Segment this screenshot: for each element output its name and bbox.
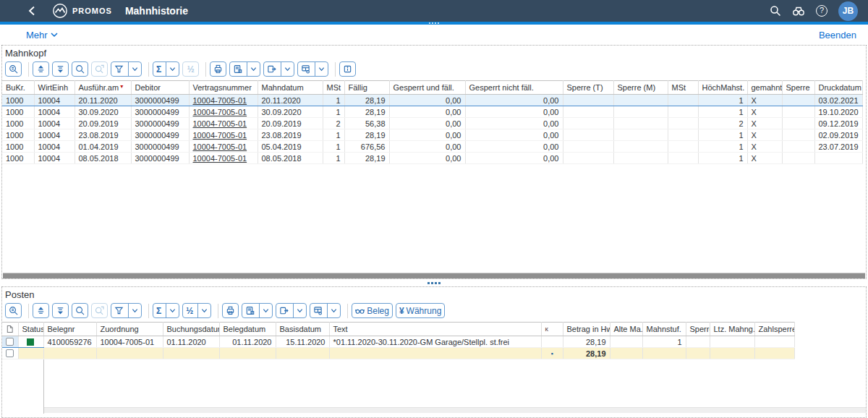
column-header-BuKr.[interactable]: BuKr. bbox=[2, 81, 34, 95]
table-info-button[interactable] bbox=[339, 61, 356, 77]
column-header-Status[interactable]: Status bbox=[18, 323, 43, 336]
column-header-MSt[interactable]: MSt bbox=[323, 81, 344, 95]
contract-number-link[interactable]: 10004-7005-01 bbox=[193, 154, 247, 163]
contract-number-link[interactable]: 10004-7005-01 bbox=[193, 119, 247, 128]
details-button[interactable] bbox=[5, 303, 22, 318]
views-button-dropdown-chevron-icon[interactable] bbox=[250, 66, 257, 72]
column-header-Druckdatum[interactable]: Druckdatum bbox=[814, 81, 862, 95]
top-splitter-grip-icon[interactable] bbox=[429, 22, 439, 24]
back-icon[interactable] bbox=[27, 6, 36, 16]
total-button-dropdown-chevron-icon[interactable] bbox=[169, 66, 176, 72]
table-row[interactable]: 10001000420.09.2019300000049910004-7005-… bbox=[2, 118, 862, 129]
contract-number-link[interactable]: 10004-7005-01 bbox=[193, 96, 247, 105]
print-button[interactable] bbox=[222, 303, 239, 318]
mehr-menu-button[interactable]: Mehr bbox=[26, 30, 58, 40]
search-icon[interactable] bbox=[766, 1, 785, 20]
export-button-dropdown-chevron-icon[interactable] bbox=[297, 307, 303, 314]
waehrung-button[interactable]: ¥Währung bbox=[396, 303, 445, 318]
views-button[interactable] bbox=[229, 61, 260, 77]
column-header-MSt[interactable]: MSt bbox=[668, 81, 698, 95]
contract-number-link[interactable]: 10004-7005-01 bbox=[193, 142, 247, 151]
mahnkopf-title: Mahnkopf bbox=[2, 46, 866, 60]
column-header-Sperre[interactable]: Sperre bbox=[782, 81, 814, 95]
column-header-Gesperrt nicht fäll.[interactable]: Gesperrt nicht fäll. bbox=[465, 81, 563, 95]
avatar[interactable]: JB bbox=[838, 1, 858, 21]
table-row[interactable]: 10001000401.04.2019300000049910004-7005-… bbox=[2, 141, 862, 153]
column-header-Sperre[interactable]: Sperre bbox=[686, 323, 710, 336]
column-header-Zahlsperre[interactable]: Zahlsperre bbox=[754, 323, 794, 336]
column-header-ĸ[interactable]: ĸ bbox=[541, 323, 563, 336]
column-header-Debitor[interactable]: Debitor bbox=[131, 81, 189, 95]
total-button[interactable]: Σ bbox=[153, 61, 179, 77]
beleg-button[interactable]: Beleg bbox=[352, 303, 393, 318]
row-checkbox[interactable] bbox=[6, 349, 14, 357]
sort-ascending-button[interactable] bbox=[33, 303, 49, 318]
find-button[interactable] bbox=[72, 303, 88, 318]
subtotal-button[interactable]: ½ bbox=[182, 303, 211, 318]
print-button[interactable] bbox=[210, 61, 226, 77]
layout-button[interactable] bbox=[310, 303, 341, 318]
views-button[interactable] bbox=[242, 303, 273, 318]
column-header-Mahndatum[interactable]: Mahndatum bbox=[258, 81, 323, 95]
layout-button[interactable] bbox=[297, 61, 328, 77]
table-row[interactable]: 10001000423.08.2019300000049910004-7005-… bbox=[2, 129, 862, 141]
find-button[interactable] bbox=[72, 61, 88, 77]
filter-button[interactable] bbox=[111, 303, 142, 318]
sort-ascending-button[interactable] bbox=[33, 61, 49, 77]
row-checkbox[interactable] bbox=[6, 338, 14, 346]
contract-number-link[interactable]: 10004-7005-01 bbox=[193, 108, 247, 116]
column-header-Alte Ma...[interactable]: Alte Ma... bbox=[610, 323, 642, 336]
column-header-Fällig[interactable]: Fällig bbox=[344, 81, 389, 95]
column-header-Sperre (M)[interactable]: Sperre (M) bbox=[613, 81, 668, 95]
total-button-dropdown-chevron-icon[interactable] bbox=[169, 307, 176, 314]
mahnkopf-empty-area bbox=[2, 164, 866, 273]
column-header-Zuordnung[interactable]: Zuordnung bbox=[96, 323, 163, 336]
table-row[interactable]: 10001000420.11.2020300000049910004-7005-… bbox=[2, 95, 862, 106]
column-header-Mahnstuf.[interactable]: Mahnstuf. bbox=[642, 323, 686, 336]
total-button[interactable]: Σ bbox=[153, 303, 179, 318]
column-header-WirtEinh[interactable]: WirtEinh bbox=[34, 81, 75, 95]
cell: 28,19 bbox=[344, 106, 389, 118]
export-button[interactable] bbox=[263, 61, 294, 77]
column-header-Gesperrt und fäll.[interactable]: Gesperrt und fäll. bbox=[389, 81, 465, 95]
column-header-Ltz. Mahng.[interactable]: Ltz. Mahng. bbox=[710, 323, 754, 336]
sort-descending-button[interactable] bbox=[52, 303, 69, 318]
export-button[interactable] bbox=[276, 303, 307, 318]
column-header-Betrag in Hw[interactable]: Betrag in Hw bbox=[563, 323, 610, 336]
column-header-Belegdatum[interactable]: Belegdatum bbox=[219, 323, 276, 336]
column-header-Sperre (T)[interactable]: Sperre (T) bbox=[563, 81, 613, 95]
column-header-Ausführ.am[interactable]: Ausführ.am▾ bbox=[75, 81, 131, 95]
details-button[interactable] bbox=[5, 61, 22, 77]
table-row[interactable]: 410005927610004-7005-0101.11.202001.11.2… bbox=[2, 336, 794, 348]
filter-button[interactable] bbox=[111, 61, 142, 77]
beenden-button[interactable]: Beenden bbox=[819, 30, 856, 40]
views-button-dropdown-chevron-icon[interactable] bbox=[263, 307, 269, 314]
cell: 20.11.2020 bbox=[75, 95, 131, 106]
layout-button-dropdown-chevron-icon[interactable] bbox=[318, 66, 325, 72]
section-splitter-handle[interactable] bbox=[0, 279, 868, 286]
cell bbox=[668, 153, 698, 164]
cell: *01.11.2020-30.11.2020-GM Garage/Stellpl… bbox=[329, 336, 541, 348]
help-icon[interactable]: ? bbox=[812, 1, 831, 20]
export-button-dropdown-chevron-icon[interactable] bbox=[284, 66, 291, 72]
column-header-select-all[interactable] bbox=[2, 323, 18, 336]
sort-descending-button[interactable] bbox=[52, 61, 69, 77]
posten-horizontal-scrollbar[interactable] bbox=[43, 407, 866, 413]
column-header-Vertragsnummer[interactable]: Vertragsnummer bbox=[189, 81, 258, 95]
column-header-Basisdatum[interactable]: Basisdatum bbox=[276, 323, 329, 336]
column-header-gemahnt[interactable]: gemahnt bbox=[747, 81, 782, 95]
total-row[interactable]: ▪28,19 bbox=[2, 348, 794, 359]
column-header-Belegnr[interactable]: Belegnr bbox=[43, 323, 96, 336]
column-header-Buchungsdatum[interactable]: Buchungsdatum▴ bbox=[163, 323, 219, 336]
filter-button-dropdown-chevron-icon[interactable] bbox=[132, 307, 138, 314]
layout-button-dropdown-chevron-icon[interactable] bbox=[331, 307, 337, 314]
subtotal-button-dropdown-chevron-icon[interactable] bbox=[201, 307, 208, 314]
mahnkopf-horizontal-scrollbar[interactable] bbox=[3, 273, 865, 278]
contract-number-link[interactable]: 10004-7005-01 bbox=[193, 131, 247, 140]
column-header-Text[interactable]: Text bbox=[329, 323, 541, 336]
filter-button-dropdown-chevron-icon[interactable] bbox=[132, 66, 138, 72]
column-header-HöchMahst.[interactable]: HöchMahst. bbox=[698, 81, 747, 95]
table-row[interactable]: 10001000430.09.2020300000049910004-7005-… bbox=[2, 106, 862, 118]
table-row[interactable]: 10001000408.05.2018300000049910004-7005-… bbox=[2, 153, 862, 164]
binoculars-icon[interactable] bbox=[789, 1, 808, 20]
